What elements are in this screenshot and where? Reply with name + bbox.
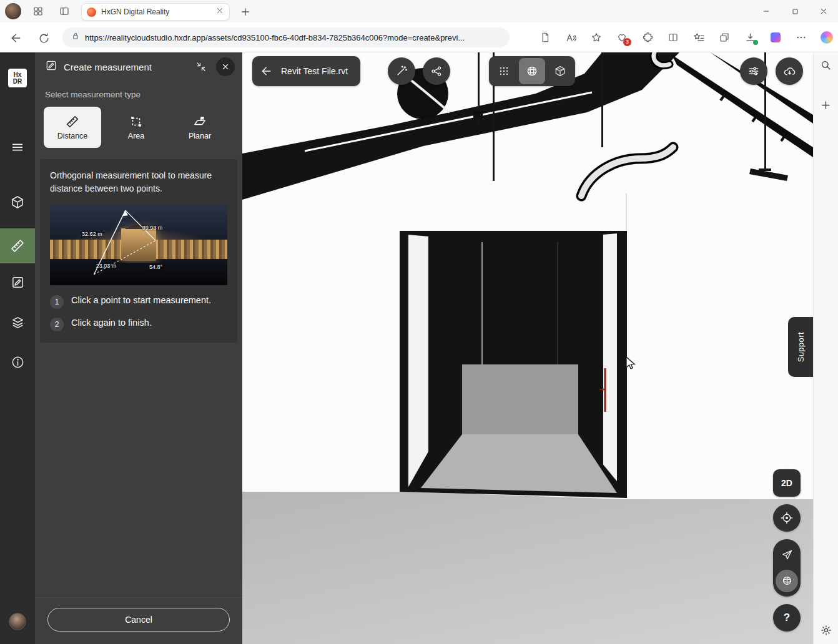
file-header-pill: Revit Test File.rvt [252,56,360,86]
magic-wand-button[interactable] [388,57,415,85]
read-aloud-icon[interactable] [564,31,577,44]
mesh-globe-icon [526,65,538,77]
maximize-button[interactable] [781,0,809,22]
display-settings-button[interactable] [740,57,767,85]
tab-actions-icon[interactable] [57,4,71,18]
area-icon [129,115,143,129]
crosshair-icon [780,511,794,525]
layers-icon[interactable] [5,310,30,334]
window-controls [752,0,838,22]
browser-profile-avatar[interactable] [5,3,21,19]
create-measurement-panel: Create measurement Select measurement ty… [35,52,242,644]
download-asset-button[interactable] [776,57,803,85]
new-tab-icon[interactable] [239,5,252,19]
question-mark-icon: ? [784,612,790,624]
address-bar[interactable]: https://realitycloudstudio.hxdr.app/asse… [62,27,510,47]
menu-icon[interactable] [5,135,30,160]
tool-description: Orthogonal measurement tool to measure d… [50,169,227,195]
globe-icon [781,575,793,587]
collections-icon[interactable] [718,31,731,44]
site-lock-icon[interactable] [71,32,80,43]
browser-titlebar: HxGN Digital Reality [0,0,838,22]
recenter-button[interactable] [773,504,801,532]
favorite-star-icon[interactable] [590,31,603,44]
point-cloud-mode-button[interactable] [491,58,517,84]
floor [242,492,813,644]
step-1: 1 Click a point to start measurement. [50,294,227,309]
fly-mode-button[interactable] [776,544,798,567]
browser-essentials-icon[interactable]: 3 [616,31,628,44]
type-planar-button[interactable]: Planar [171,107,229,148]
step-1-text: Click a point to start measurement. [71,294,211,307]
textured-mode-button[interactable] [547,58,573,84]
preview-label-left: 32.62 m [82,231,102,237]
info-icon[interactable] [5,349,30,374]
planar-icon [193,115,207,129]
assets-cube-icon[interactable] [5,190,30,215]
panel-title: Create measurement [64,62,186,72]
type-distance-button[interactable]: Distance [44,107,101,148]
3d-viewport[interactable]: Revit Test File.rvt [242,52,813,644]
sidebar-search-icon[interactable] [819,57,834,72]
magic-wand-icon [395,65,408,77]
step-2-badge: 2 [50,318,64,331]
measure-pencil-icon [45,59,57,74]
copilot-icon-graphic [821,31,833,44]
cloud-download-icon [783,65,796,78]
back-icon[interactable] [9,31,24,46]
preview-label-angle: 54.8° [149,264,162,270]
workspaces-icon[interactable] [31,4,45,18]
wallet-icon[interactable] [769,31,782,44]
essentials-badge: 3 [623,38,631,46]
back-arrow-icon[interactable] [252,56,281,86]
measurement-type-label: Select measurement type [45,90,232,99]
downloads-icon[interactable] [744,31,756,44]
app-sidebar-rail: Hx DR [0,52,35,644]
orbit-mode-button[interactable] [776,570,798,592]
close-panel-icon[interactable] [216,57,235,76]
user-avatar[interactable] [9,613,26,630]
tool-description-card: Orthogonal measurement tool to measure d… [40,159,237,343]
instruction-steps: 1 Click a point to start measurement. 2 … [50,294,227,331]
sliders-icon [747,65,760,77]
favorites-hub-icon[interactable] [693,31,705,44]
support-tab-label: Support [796,332,806,362]
preview-label-right: 39.93 m [142,225,163,231]
browser-navbar: https://realitycloudstudio.hxdr.app/asse… [0,22,838,52]
support-tab[interactable]: Support [788,317,813,377]
browser-tab[interactable]: HxGN Digital Reality [81,3,230,21]
collapse-panel-icon[interactable] [192,58,210,76]
split-screen-icon[interactable] [667,31,679,44]
settings-menu-icon[interactable] [795,31,807,44]
extensions-icon[interactable] [641,31,654,44]
browser-window: HxGN Digital Reality [0,0,838,644]
textured-model-icon [554,65,566,77]
share-nodes-icon [430,65,443,77]
measure-tool-active[interactable] [0,228,35,263]
panel-header: Create measurement [35,52,242,81]
mesh-mode-button[interactable] [519,58,545,84]
reader-icon[interactable] [539,31,551,44]
tab-close-icon[interactable] [215,6,224,17]
minimize-button[interactable] [752,0,781,22]
close-window-button[interactable] [809,0,838,22]
annotate-pencil-icon[interactable] [5,270,30,295]
sidebar-add-icon[interactable] [819,97,834,112]
panel-footer: Cancel [35,597,242,644]
cancel-button[interactable]: Cancel [47,608,230,632]
share-button[interactable] [423,57,450,85]
navigation-mode-pill [773,539,801,597]
toggle-2d-button[interactable]: 2D [773,469,801,497]
help-button[interactable]: ? [773,604,801,632]
page-content: Hx DR [0,52,838,644]
download-complete-badge [753,40,758,45]
copilot-icon[interactable] [821,31,833,44]
step-1-badge: 1 [50,295,64,309]
tab-title: HxGN Digital Reality [101,7,210,16]
sidebar-settings-gear-icon[interactable] [819,623,834,638]
tab-favicon [87,7,96,17]
hxdr-logo[interactable]: Hx DR [8,69,27,87]
refresh-icon[interactable] [36,31,51,46]
type-area-button[interactable]: Area [107,107,165,148]
measurement-type-row: Distance Area Planar [44,107,234,148]
